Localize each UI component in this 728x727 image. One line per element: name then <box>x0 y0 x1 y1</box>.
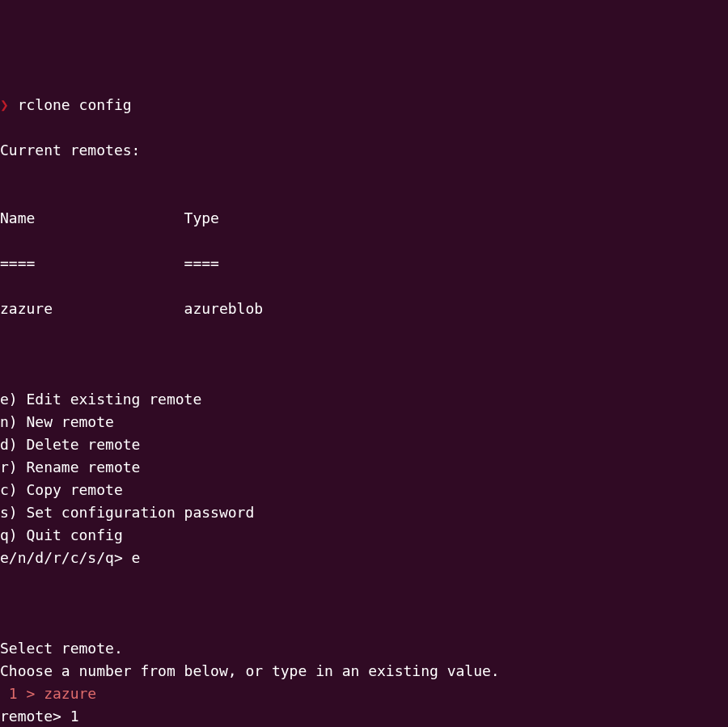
menu-item-edit: e) Edit existing remote <box>0 391 201 408</box>
menu-item-set-password: s) Set configuration password <box>0 504 254 521</box>
menu-prompt[interactable]: e/n/d/r/c/s/q> e <box>0 547 728 569</box>
remote-name: zazure <box>0 300 53 317</box>
command-text: rclone config <box>18 96 132 113</box>
menu-item-delete: d) Delete remote <box>0 436 140 453</box>
col-name: Name <box>0 209 35 226</box>
blank-line <box>0 162 728 184</box>
remote-prompt[interactable]: remote> 1 <box>0 705 728 727</box>
remote-input: 1 <box>70 708 79 725</box>
blank-line <box>0 343 728 366</box>
menu-item-copy: c) Copy remote <box>0 481 123 498</box>
prompt-caret: ❯ <box>0 96 9 113</box>
output-header: Current remotes: <box>0 142 140 159</box>
table-header: Name Type <box>0 207 728 230</box>
table-row: zazure azureblob <box>0 298 728 320</box>
table-underline: ==== ==== <box>0 252 728 275</box>
menu-item-new: n) New remote <box>0 413 114 430</box>
select-instruction: Choose a number from below, or type in a… <box>0 662 500 679</box>
menu-item-quit: q) Quit config <box>0 526 123 543</box>
blank-line <box>0 592 728 615</box>
col-type: Type <box>184 209 219 226</box>
menu-item-rename: r) Rename remote <box>0 459 140 476</box>
command-line[interactable]: ❯ rclone config <box>0 94 728 116</box>
select-option-1: 1 > zazure <box>0 685 96 702</box>
remote-type: azureblob <box>184 300 264 317</box>
menu-input: e <box>132 549 141 566</box>
select-title: Select remote. <box>0 640 123 657</box>
